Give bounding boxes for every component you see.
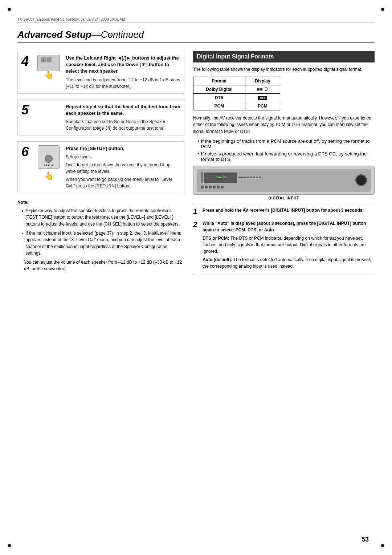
digital-section-heading: Digital Input Signal Formats [193,51,375,62]
digital-bullet-1-text: If the beginnings of tracks from a PCM s… [201,138,375,149]
digital-bullet-dot-1: • [197,138,199,149]
receiver-main-knob [355,174,367,186]
table-row-dts: DTS dts [193,93,280,102]
note-bullet-2: • If the multichannel input is selected … [22,230,184,257]
step-6-body3: When you want to go back up one menu lev… [66,176,180,189]
digital-bullet-list: • If the beginnings of tracks from a PCM… [197,138,375,162]
av-receiver-image: ONKYO [193,166,375,195]
step-6-heading: Press the [SETUP] button. [66,145,180,152]
right-column: Digital Input Signal Formats The followi… [193,51,375,277]
step-6-number: 6 [21,145,32,189]
header-text: TX-SR304_En.book Page 53 Tuesday, Januar… [17,17,125,21]
page-number: 53 [362,536,369,543]
page-title: Advanced Setup—Continued [17,29,375,43]
table-header-format: Format [193,77,245,85]
corner-decoration-br [381,544,384,547]
table-row-pcm: PCM PCM [193,102,280,110]
step-4-body: The level can be adjusted from –12 to +1… [66,77,180,90]
setup-device-illustration: SETUP [38,145,60,169]
note-bullet-3: You can adjust the volume of each speake… [22,259,184,272]
page-title-section: Advanced Setup—Continued [17,29,375,43]
digital-step-2-dts-pcm: DTS or PCM: The DTS or PCM indicator, de… [203,235,375,255]
hand-cursor-illustration: 👆 [44,70,54,80]
left-column: 4 - 👆 Use the Left and Right ◄]/[► but [17,51,184,277]
digital-section-body: Normally, the AV receiver detects the si… [193,115,375,135]
step-4-heading: Use the Left and Right ◄]/[► buttons to … [66,55,180,75]
note-bullet-2-text: If the multichannel input is selected (p… [25,230,184,257]
receiver-inner: ONKYO [197,169,371,191]
digital-bullet-1: • If the beginnings of tracks from a PCM… [197,138,375,149]
step-4-content: Use the Left and Right ◄]/[► buttons to … [66,55,180,90]
note-section: Note: • A quicker way to adjust the spea… [17,199,184,272]
minus-plus-buttons: - [41,57,52,62]
step-5-heading: Repeat step 4 so that the level of the t… [66,104,180,117]
plus-button-illustration [46,57,52,62]
corner-decoration-tl [8,8,11,11]
digital-step-2-content: While "Auto" is displayed (about 3 secon… [203,220,375,270]
pcm-format-cell: PCM [193,102,245,110]
step-4-image: - 👆 [36,55,61,90]
auto-label: Auto (default): [203,257,232,262]
digital-bullet-2: • If noise is produced when fast forward… [197,151,375,162]
step-6-content: Press the [SETUP] button. Setup closes. … [66,145,180,189]
dts-pcm-label: DTS or PCM: [203,236,229,241]
receiver-mini-illustration: - [37,55,60,71]
pcm-display-cell: PCM [245,102,280,110]
dolby-indicator: ■■ D [257,87,268,92]
step-5-content: Repeat step 4 so that the level of the t… [66,104,180,131]
step-6-device-illustration: SETUP 👆 [38,145,60,181]
table-row-dolby: Dolby Digital ■■ D [193,85,280,93]
table-header-display: Display [245,77,280,85]
step-4-block: 4 - 👆 Use the Left and Right ◄]/[► but [17,51,184,94]
step-5-body: Speakers that you set to No or None in t… [66,118,180,131]
digital-step-2-heading: While "Auto" is displayed (about 3 secon… [203,220,375,233]
corner-decoration-tr [381,8,384,11]
section-divider [193,204,375,204]
digital-step-2-number: 2 [193,220,200,270]
digital-bullet-dot-2: • [197,151,199,162]
setup-button-circle [45,155,53,163]
step-4-device-illustration: - 👆 [37,55,60,80]
digital-step-2-auto: Auto (default): The format is detected a… [203,256,375,270]
setup-label-text: SETUP [44,164,53,167]
step-5-image [36,104,61,131]
bullet-dot-2: • [22,231,23,257]
step-6-block: 6 SETUP 👆 Press the [SETUP] button. Setu… [17,141,184,193]
step-6-image: SETUP 👆 [36,145,61,189]
step-6-body2: Don't forget to turn down the volume if … [66,162,180,175]
note-bullet-1-text: A quicker way to adjust the speaker leve… [25,207,184,228]
note-label: Note: [17,199,184,206]
digital-step-1-number: 1 [193,207,200,216]
digital-step-1: 1 Press and hold the AV receiver's [DIGI… [193,207,375,216]
dolby-format-cell: Dolby Digital [193,85,245,93]
dts-logo: dts [258,96,267,100]
bottom-divider [193,274,375,274]
receiver-display: ONKYO [204,173,237,183]
hand-pointing-icon: 👆 [44,171,54,181]
step-5-block: 5 Repeat step 4 so that the level of the… [17,100,184,135]
main-content: 4 - 👆 Use the Left and Right ◄]/[► but [17,51,375,277]
bullet-dot-1: • [22,208,23,228]
step-5-number: 5 [21,104,32,131]
digital-section-intro: The following table shows the display in… [193,66,375,73]
format-table: Format Display Dolby Digital ■■ D DTS [193,77,280,110]
step-4-number: 4 [21,55,32,90]
digital-bullet-2-text: If noise is produced when fast forwardin… [201,151,375,162]
digital-step-1-heading: Press and hold the AV receiver's [DIGITA… [203,207,375,214]
minus-button-illustration: - [41,57,46,62]
note-bullet-3-text: You can adjust the volume of each speake… [24,259,184,272]
step-6-body1: Setup closes. [66,154,180,160]
digital-input-label: DIGITAL INPUT [193,196,375,200]
dts-display-cell: dts [245,93,280,102]
header-bar: TX-SR304_En.book Page 53 Tuesday, Januar… [17,17,375,23]
note-bullet-1: • A quicker way to adjust the speaker le… [22,207,184,228]
page: TX-SR304_En.book Page 53 Tuesday, Januar… [0,0,392,555]
note-bullets: • A quicker way to adjust the speaker le… [22,207,184,272]
digital-step-1-content: Press and hold the AV receiver's [DIGITA… [203,207,375,216]
digital-step-2: 2 While "Auto" is displayed (about 3 sec… [193,220,375,270]
dts-format-cell: DTS [193,93,245,102]
dolby-display-cell: ■■ D [245,85,280,93]
corner-decoration-bl [8,544,11,547]
